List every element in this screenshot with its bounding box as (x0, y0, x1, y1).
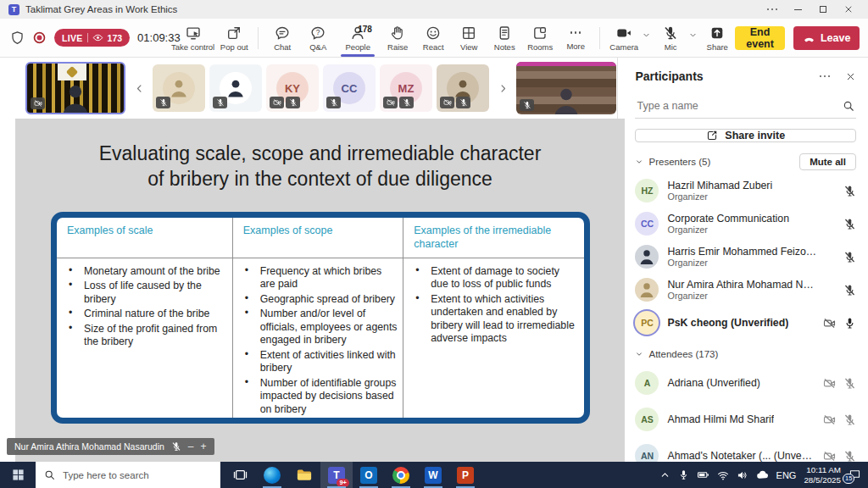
mic-off-icon[interactable] (843, 185, 856, 197)
camera-off-icon (823, 377, 836, 390)
live-badge: LIVE 173 (54, 29, 130, 47)
mic-off-icon[interactable] (843, 218, 856, 230)
more-icon (570, 25, 581, 40)
take-control-button[interactable]: Take control (170, 24, 216, 52)
panel-title: Participants (635, 69, 703, 83)
window-more-icon[interactable] (760, 1, 785, 18)
attendees-section-header[interactable]: Attendees (173) (635, 349, 856, 359)
start-button[interactable] (0, 462, 36, 488)
mic-off-icon (213, 97, 227, 108)
table-header: Examples of scale (57, 218, 232, 258)
camera-off-icon[interactable] (823, 317, 836, 330)
mic-off-icon[interactable] (843, 251, 856, 263)
tray-volume-icon[interactable] (737, 469, 748, 481)
share-icon (709, 25, 725, 41)
teams-notification-badge: 9+ (337, 479, 349, 487)
attendee-row[interactable]: AN Ahmad's Notetaker (... (Unverified) (635, 443, 856, 462)
table-header: Examples of scope (233, 218, 403, 258)
chrome-taskbar-icon[interactable] (385, 462, 417, 488)
teams-app-icon: T (8, 4, 19, 15)
leave-button[interactable]: Leave (793, 26, 860, 50)
powerpoint-taskbar-icon[interactable]: P (449, 462, 481, 488)
minimize-button[interactable] (785, 1, 810, 18)
spotlight-camera-icon (31, 97, 45, 109)
participant-tile[interactable]: CC (323, 64, 376, 112)
mic-options-chevron-icon[interactable] (688, 30, 698, 40)
panel-more-icon[interactable] (820, 75, 831, 78)
participant-tile[interactable]: MZ (380, 64, 432, 112)
presenter-row[interactable]: Nur Amira Athira Mohamad Nasarudin Organ… (635, 277, 856, 302)
taskbar-clock[interactable]: 10:11 AM 28/5/2025 (804, 465, 841, 485)
tray-expand-icon[interactable] (659, 469, 670, 480)
attendee-row[interactable]: AS Ahmad Hilmi Md Sharif (635, 407, 856, 432)
edge-taskbar-icon[interactable] (256, 462, 288, 488)
filmstrip-next-button[interactable] (493, 67, 512, 109)
participant-tile[interactable] (437, 64, 489, 112)
share-invite-button[interactable]: Share invite (635, 129, 856, 142)
presenters-section-header[interactable]: Presenters (5) Mute all (635, 153, 856, 170)
people-button[interactable]: 178 People (336, 24, 380, 52)
mic-off-icon (156, 97, 170, 108)
mic-off-icon (520, 99, 534, 111)
notes-button[interactable]: Notes (487, 24, 522, 52)
chat-button[interactable]: Chat (264, 24, 300, 52)
share-button[interactable]: Share (699, 24, 735, 52)
tray-mic-icon[interactable] (678, 469, 689, 480)
panel-close-icon[interactable] (845, 71, 856, 82)
more-button[interactable]: More (558, 24, 593, 51)
view-button[interactable]: View (451, 24, 487, 52)
mute-all-button[interactable]: Mute all (799, 153, 856, 170)
active-speaker-video-tile[interactable] (25, 62, 125, 114)
word-taskbar-icon[interactable]: W (417, 462, 449, 488)
camera-icon (616, 25, 632, 41)
participant-search-input[interactable] (637, 100, 843, 112)
avatar-initials: AN (635, 444, 659, 462)
maximize-button[interactable] (810, 1, 836, 18)
participant-tile[interactable] (209, 64, 262, 112)
pop-out-button[interactable]: Pop out (216, 24, 252, 52)
rooms-button[interactable]: Rooms (522, 24, 558, 52)
presenter-row[interactable]: HZ Hazril Mihamad Zuberi Organizer (635, 178, 856, 203)
file-explorer-taskbar-icon[interactable] (288, 462, 320, 488)
participant-tile[interactable] (153, 64, 205, 112)
camera-options-chevron-icon[interactable] (642, 30, 651, 40)
mic-on-icon[interactable] (843, 317, 856, 330)
attendee-row[interactable]: A Adriana (Unverified) (635, 370, 856, 396)
raise-hand-button[interactable]: Raise (380, 24, 415, 52)
task-view-button[interactable] (224, 462, 256, 488)
participant-search[interactable] (635, 97, 856, 119)
mic-off-icon (843, 377, 856, 390)
tray-power-icon[interactable] (697, 469, 709, 481)
outlook-taskbar-icon[interactable]: O (353, 462, 385, 488)
search-icon (44, 469, 55, 480)
filmstrip-prev-button[interactable] (130, 67, 148, 109)
record-icon[interactable] (32, 30, 47, 45)
presenter-row[interactable]: Harris Emir Mohammed Feizol Anuar Organi… (635, 244, 856, 269)
close-button[interactable] (836, 1, 861, 18)
onedrive-icon[interactable] (756, 469, 769, 481)
end-event-button[interactable]: End event (735, 26, 785, 50)
mic-off-icon (326, 97, 341, 108)
taskbar-search-input[interactable] (63, 470, 212, 480)
mic-off-icon[interactable] (843, 284, 856, 297)
leave-phone-icon (803, 31, 815, 44)
tray-wifi-icon[interactable] (717, 469, 729, 481)
presenter-row[interactable]: CC Corporate Communication Organizer (635, 211, 856, 236)
mic-off-icon (171, 441, 181, 452)
camera-button[interactable]: Camera (606, 24, 642, 52)
presenter-row[interactable]: PC PsK cheong (Unverified) (635, 310, 856, 336)
notification-center-icon[interactable]: 15 (849, 469, 861, 481)
taskbar-search[interactable] (36, 462, 220, 488)
zoom-out-button[interactable]: – (188, 441, 194, 452)
teams-taskbar-icon[interactable]: T9+ (320, 462, 353, 488)
zoom-in-button[interactable]: + (201, 441, 207, 452)
qna-icon (310, 25, 326, 41)
react-button[interactable]: React (415, 24, 451, 52)
avatar-photo (635, 245, 659, 269)
participant-tile[interactable]: KY (266, 64, 319, 112)
presentation-slide: Evaluating scale, scope and irremediable… (15, 119, 625, 462)
language-indicator[interactable]: ENG (776, 470, 797, 480)
participant-video-tile[interactable] (516, 62, 616, 114)
mic-button[interactable]: Mic (653, 24, 688, 52)
qna-button[interactable]: Q&A (300, 24, 336, 52)
